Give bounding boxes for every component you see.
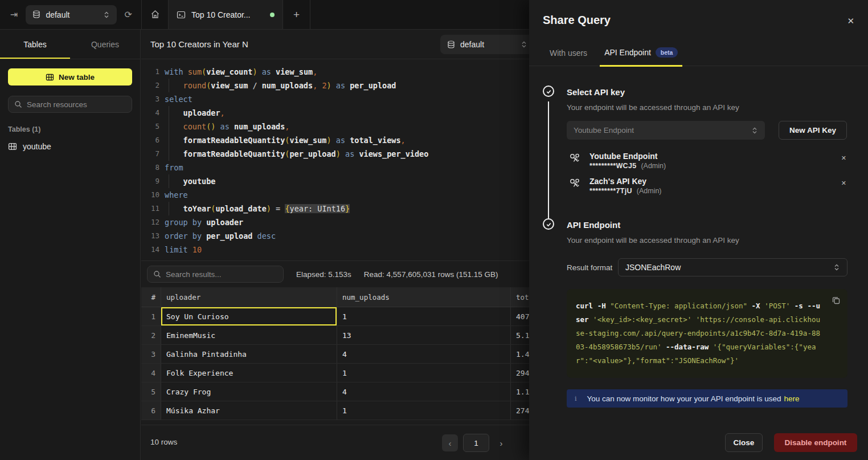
table-cell[interactable]: 4 [337, 345, 511, 363]
column-header[interactable]: # [141, 287, 161, 307]
page-number-input[interactable]: 1 [463, 434, 489, 452]
remove-key-icon[interactable]: ✕ [841, 180, 846, 187]
collapse-sidebar-icon[interactable]: ⇥ [10, 9, 18, 20]
code-text: group by uploader [165, 215, 243, 229]
table-grid-icon [46, 74, 54, 81]
keys-icon [568, 177, 582, 192]
topbar-left: ⇥ default ⟳ [0, 0, 141, 29]
sidebar-item-youtube[interactable]: youtube [0, 139, 140, 154]
disable-endpoint-button[interactable]: Disable endpoint [774, 433, 857, 452]
query-title: Top 10 Creators in Year N [150, 39, 248, 49]
new-api-key-button[interactable]: New API Key [779, 121, 847, 140]
code-text: round(view_sum / num_uploads, 2) as per_… [165, 79, 396, 92]
prev-page-button[interactable]: ‹ [442, 434, 458, 451]
resource-search-input[interactable] [27, 100, 126, 109]
database-icon [447, 40, 455, 49]
tab-api-endpoint-label: API Endpoint [604, 48, 651, 57]
banner-here-link[interactable]: here [784, 394, 800, 403]
line-number: 13 [146, 229, 159, 243]
tab-api-endpoint[interactable]: API Endpoint beta [600, 47, 682, 67]
column-header[interactable]: num_uploads [337, 287, 511, 307]
tabbar: Top 10 Creator... + [141, 0, 310, 29]
stepper-line [548, 101, 549, 218]
line-number: 1 [146, 65, 159, 79]
results-search-input[interactable] [166, 270, 277, 279]
database-selector-value: default [46, 10, 69, 19]
code-text: from [165, 161, 183, 174]
table-cell[interactable]: 1 [337, 307, 511, 325]
api-key-masked: *********WCJ5 [589, 162, 636, 170]
column-header[interactable]: uploader [161, 287, 337, 307]
tables-count-label: Tables (1) [8, 125, 132, 133]
table-cell[interactable]: 6 [141, 401, 161, 420]
code-text: count() as num_uploads, [165, 120, 289, 133]
new-table-label: New table [59, 73, 95, 82]
sidebar-tabs: Tables Queries [0, 30, 140, 59]
line-number: 5 [146, 120, 159, 133]
line-number: 11 [146, 202, 159, 215]
table-cell[interactable]: 2 [141, 326, 161, 344]
next-page-button[interactable]: › [494, 434, 508, 451]
code-text: formatReadableQuantity(per_upload) as vi… [165, 147, 428, 161]
chevron-updown-icon [103, 11, 110, 19]
table-cell[interactable]: Galinha Pintadinha [161, 345, 337, 363]
code-text: uploader, [165, 106, 225, 120]
close-icon[interactable]: ✕ [847, 16, 854, 26]
code-text: toYear(upload_date) = {year: UInt16} [165, 202, 350, 215]
sidebar-tab-tables[interactable]: Tables [0, 30, 70, 59]
code-text: formatReadableQuantity(view_sum) as tota… [165, 133, 406, 147]
table-cell[interactable]: 4 [141, 364, 161, 382]
table-cell[interactable]: 1 [337, 401, 511, 420]
code-text: select [165, 92, 193, 106]
table-cell[interactable]: 5 [141, 382, 161, 401]
curl-code-block: curl -H "Content-Type: application/json"… [567, 289, 847, 378]
table-cell[interactable]: Soy Un Curioso [161, 307, 337, 325]
step2-desc: Your endpoint will be accessed through a… [567, 236, 847, 245]
sidebar-tab-queries[interactable]: Queries [70, 30, 140, 59]
banner-message: You can now monitor how your your API en… [587, 394, 781, 403]
editor-database-selector[interactable]: default [440, 35, 534, 54]
step-select-api-key: Select API key Your endpoint will be acc… [529, 86, 847, 200]
chevron-updown-icon [521, 40, 527, 48]
api-key-item[interactable]: Zach's API Key *********7TjU (Admin) ✕ [567, 175, 847, 200]
copy-icon[interactable] [832, 296, 841, 305]
database-selector[interactable]: default [26, 5, 116, 25]
close-button[interactable]: Close [725, 433, 763, 452]
table-cell[interactable]: 1 [141, 307, 161, 325]
share-query-panel: Share Query ✕ With users API Endpoint be… [529, 0, 868, 460]
code-text: limit 10 [165, 243, 202, 257]
table-item-label: youtube [23, 142, 51, 151]
line-number: 7 [146, 147, 159, 161]
search-icon [153, 270, 161, 278]
api-key-list: Youtube Endpoint *********WCJ5 (Admin) ✕… [567, 150, 847, 200]
home-icon [150, 10, 160, 19]
table-cell[interactable]: Músika Azhar [161, 401, 337, 420]
table-cell[interactable]: 13 [337, 326, 511, 344]
new-tab-button[interactable]: + [283, 0, 310, 29]
refresh-icon[interactable]: ⟳ [125, 9, 132, 20]
step-check-icon [543, 86, 554, 97]
api-key-name: Zach's API Key [589, 177, 662, 186]
resource-search[interactable] [8, 96, 132, 113]
line-number: 8 [146, 161, 159, 174]
table-cell[interactable]: Folk Experience [161, 364, 337, 382]
tab-with-users[interactable]: With users [545, 47, 592, 66]
info-icon: i [575, 395, 577, 402]
table-cell[interactable]: 3 [141, 345, 161, 363]
code-text: youtube [165, 174, 215, 188]
table-cell[interactable]: 1 [337, 364, 511, 382]
table-cell[interactable]: 4 [337, 382, 511, 401]
api-key-item[interactable]: Youtube Endpoint *********WCJ5 (Admin) ✕ [567, 150, 847, 175]
new-table-button[interactable]: New table [8, 68, 132, 86]
remove-key-icon[interactable]: ✕ [841, 154, 846, 162]
table-cell[interactable]: EminemMusic [161, 326, 337, 344]
tab-with-users-label: With users [550, 48, 587, 58]
keys-icon [568, 152, 582, 166]
results-search[interactable] [147, 266, 284, 283]
line-number: 12 [146, 215, 159, 229]
home-button[interactable] [142, 0, 169, 29]
tab-top10-creators[interactable]: Top 10 Creator... [169, 0, 283, 29]
table-cell[interactable]: Crazy Frog [161, 382, 337, 401]
api-key-dropdown[interactable]: Youtube Endpoint [567, 121, 765, 140]
result-format-dropdown[interactable]: JSONEachRow [618, 258, 847, 276]
